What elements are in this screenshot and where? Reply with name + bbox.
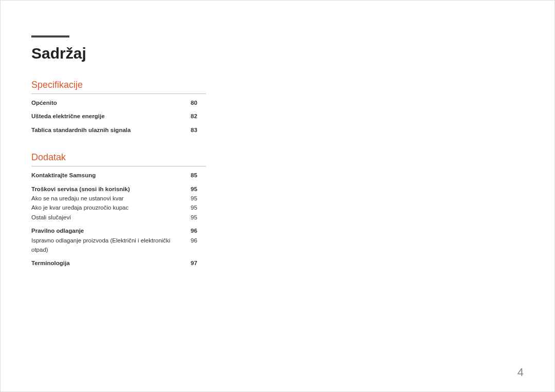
toc-section: SpecifikacijeOpćenito80Ušteda električne… xyxy=(31,80,206,135)
toc-entry-page: 85 xyxy=(191,171,206,180)
toc-entry-page: 95 xyxy=(191,184,206,194)
toc-entry-page: 95 xyxy=(191,213,206,222)
toc-entry-label: Tablica standardnih ulaznih signala xyxy=(31,125,191,135)
page-title: Sadržaj xyxy=(31,45,524,62)
toc-entry: Pravilno odlaganje96 xyxy=(31,226,206,235)
toc-entry-label: Općenito xyxy=(31,98,191,107)
toc-entry: Tablica standardnih ulaznih signala83 xyxy=(31,125,206,135)
toc-group: Pravilno odlaganje96Ispravno odlaganje p… xyxy=(31,226,206,254)
toc-group: Tablica standardnih ulaznih signala83 xyxy=(31,125,206,135)
toc-entry-page: 80 xyxy=(191,98,206,107)
toc-entry-label: Troškovi servisa (snosi ih korisnik) xyxy=(31,184,191,194)
toc-entry: Ušteda električne energije82 xyxy=(31,111,206,121)
toc-entry: Troškovi servisa (snosi ih korisnik)95 xyxy=(31,184,206,194)
document-page: Sadržaj SpecifikacijeOpćenito80Ušteda el… xyxy=(0,0,555,392)
toc-entry-page: 97 xyxy=(191,258,206,268)
toc-entry: Ako je kvar uređaja prouzročio kupac95 xyxy=(31,203,206,212)
toc-entry-page: 95 xyxy=(191,194,206,203)
section-heading: Specifikacije xyxy=(31,80,206,94)
toc-entry-label: Ostali slučajevi xyxy=(31,213,191,222)
toc-section: DodatakKontaktirajte Samsung85Troškovi s… xyxy=(31,152,206,268)
toc-entry: Ispravno odlaganje proizvoda (Električni… xyxy=(31,236,206,255)
toc-entry: Kontaktirajte Samsung85 xyxy=(31,171,206,180)
toc-entry-label: Ako se na uređaju ne ustanovi kvar xyxy=(31,194,191,203)
toc-entry-page: 95 xyxy=(191,203,206,212)
toc-entry-label: Terminologija xyxy=(31,258,191,268)
title-rule xyxy=(31,35,69,38)
toc-entry-page: 96 xyxy=(191,226,206,235)
toc-entry: Terminologija97 xyxy=(31,258,206,268)
toc-group: Troškovi servisa (snosi ih korisnik)95Ak… xyxy=(31,184,206,222)
toc-entry: Ostali slučajevi95 xyxy=(31,213,206,222)
toc-entry: Općenito80 xyxy=(31,98,206,107)
toc-group: Kontaktirajte Samsung85 xyxy=(31,171,206,180)
section-heading: Dodatak xyxy=(31,152,206,166)
toc-entry-label: Pravilno odlaganje xyxy=(31,226,191,235)
page-number: 4 xyxy=(517,366,524,379)
toc-entry-label: Ako je kvar uređaja prouzročio kupac xyxy=(31,203,191,212)
toc-entry-label: Ispravno odlaganje proizvoda (Električni… xyxy=(31,236,191,255)
toc-entry: Ako se na uređaju ne ustanovi kvar95 xyxy=(31,194,206,203)
toc-entry-page: 96 xyxy=(191,236,206,255)
toc-entry-page: 83 xyxy=(191,125,206,135)
toc-group: Ušteda električne energije82 xyxy=(31,111,206,121)
toc-container: SpecifikacijeOpćenito80Ušteda električne… xyxy=(31,80,524,268)
toc-entry-page: 82 xyxy=(191,111,206,121)
toc-entry-label: Kontaktirajte Samsung xyxy=(31,171,191,180)
toc-group: Terminologija97 xyxy=(31,258,206,268)
toc-entry-label: Ušteda električne energije xyxy=(31,111,191,121)
toc-group: Općenito80 xyxy=(31,98,206,107)
